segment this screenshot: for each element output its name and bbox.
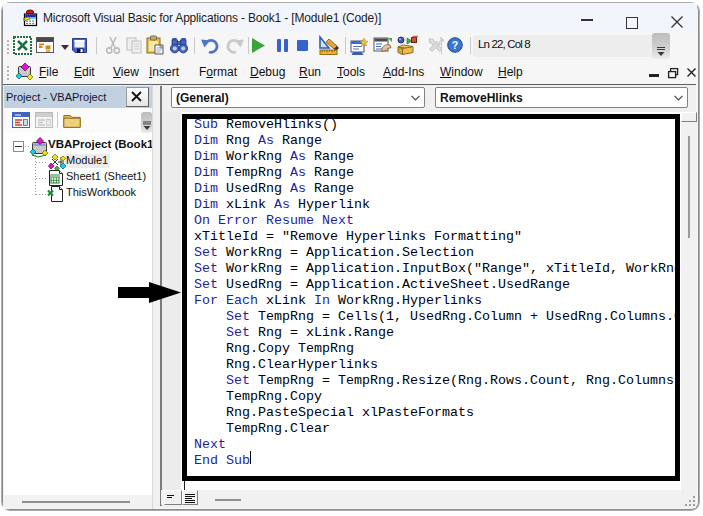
svg-text:?: ? (452, 39, 458, 51)
